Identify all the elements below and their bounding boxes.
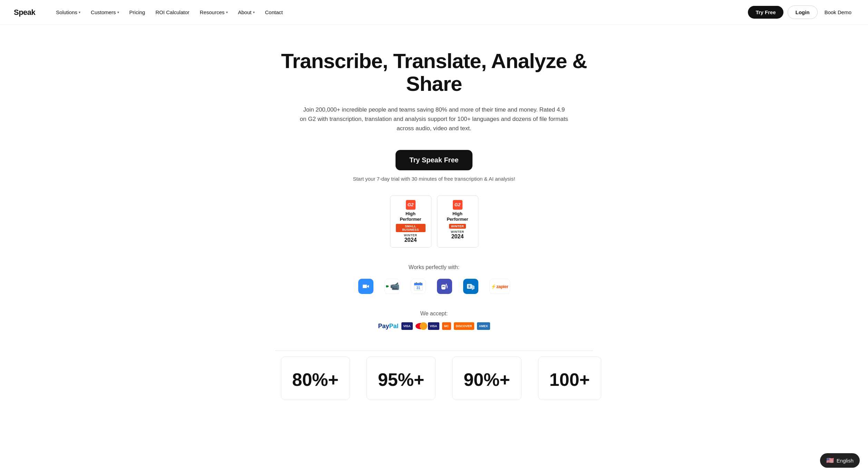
badge-small-business: G2 HighPerformer Small Business WINTER 2… [390,196,431,248]
stat-card-3: 90%+ [452,356,521,400]
we-accept-label: We accept: [420,311,448,317]
chevron-down-icon: ▾ [253,10,255,14]
hero-title: Transcribe, Translate, Analyze & Share [275,50,593,95]
stat-number: 90%+ [464,371,510,389]
badge-category: Small Business [396,224,426,232]
nav-book-demo-button[interactable]: Book Demo [822,6,854,19]
visa-card-2: VISA [428,322,439,330]
badge-year: 2024 [451,234,464,240]
ms-teams-icon [437,279,452,294]
g2-badges: G2 HighPerformer Small Business WINTER 2… [390,196,478,248]
nav-try-free-button[interactable]: Try Free [748,6,783,19]
brand-logo[interactable]: Speak [14,8,35,17]
badge-title: HighPerformer [400,211,421,223]
chevron-down-icon: ▾ [79,10,80,14]
works-with-label: Works perfectly with: [409,264,459,270]
svg-rect-7 [416,282,417,284]
zapier-icon: ⚡zapier [489,279,510,294]
badge-season: WINTER [404,234,417,237]
google-meet-icon: 📹 [384,279,400,294]
integrations-row: 📹 31 [358,279,510,294]
nav-contact[interactable]: Contact [261,7,287,18]
ms-outlook-icon: O [463,279,478,294]
hero-section: Transcribe, Translate, Analyze & Share J… [0,25,868,422]
stat-number: 95%+ [378,371,424,389]
payment-row: PayPal VISA VISA MC DISCOVER AMEX [378,322,490,330]
mastercard-icon [416,323,425,329]
stats-row: 80%+ 95%+ 90%+ 100+ [275,351,593,406]
g2-icon: G2 [406,200,416,210]
badge-year: 2024 [404,237,417,243]
badge-category: WINTER [449,224,466,229]
stat-card-1: 80%+ [281,356,350,400]
nav-solutions[interactable]: Solutions ▾ [52,7,85,18]
visa-card: VISA [401,322,413,330]
badge-season: WINTER [451,230,464,234]
nav-about[interactable]: About ▾ [234,7,259,18]
badge-title: HighPerformer [447,211,468,223]
nav-pricing[interactable]: Pricing [125,7,149,18]
nav-roi-calculator[interactable]: ROI Calculator [151,7,193,18]
amex-card: AMEX [477,322,490,330]
nav-actions: Try Free Login Book Demo [748,6,854,19]
stat-card-4: 100+ [538,356,601,400]
g2-icon: G2 [453,200,462,210]
zoom-icon [358,279,373,294]
nav-resources[interactable]: Resources ▾ [196,7,232,18]
hero-subtitle: Join 200,000+ incredible people and team… [300,105,569,133]
badge-winter: G2 HighPerformer WINTER WINTER 2024 [437,196,478,248]
hero-cta-button[interactable]: Try Speak Free [396,150,472,170]
nav-customers[interactable]: Customers ▾ [87,7,123,18]
navbar: Speak Solutions ▾ Customers ▾ Pricing RO… [0,0,868,25]
stat-number: 100+ [549,371,590,389]
stat-card-2: 95%+ [367,356,436,400]
svg-point-9 [446,284,447,285]
hero-trial-note: Start your 7-day trial with 30 minutes o… [353,176,515,182]
svg-rect-5 [414,285,422,285]
nav-links: Solutions ▾ Customers ▾ Pricing ROI Calc… [52,7,748,18]
paypal-logo: PayPal [378,323,398,330]
discover-card: DISCOVER [454,322,474,330]
svg-rect-8 [420,282,421,284]
nav-login-button[interactable]: Login [788,6,818,19]
mastercard-2: MC [442,322,451,330]
svg-text:31: 31 [416,286,420,290]
svg-text:O: O [468,285,470,288]
stat-number: 80%+ [292,371,339,389]
google-calendar-icon: 31 [411,279,426,294]
chevron-down-icon: ▾ [117,10,119,14]
chevron-down-icon: ▾ [226,10,228,14]
